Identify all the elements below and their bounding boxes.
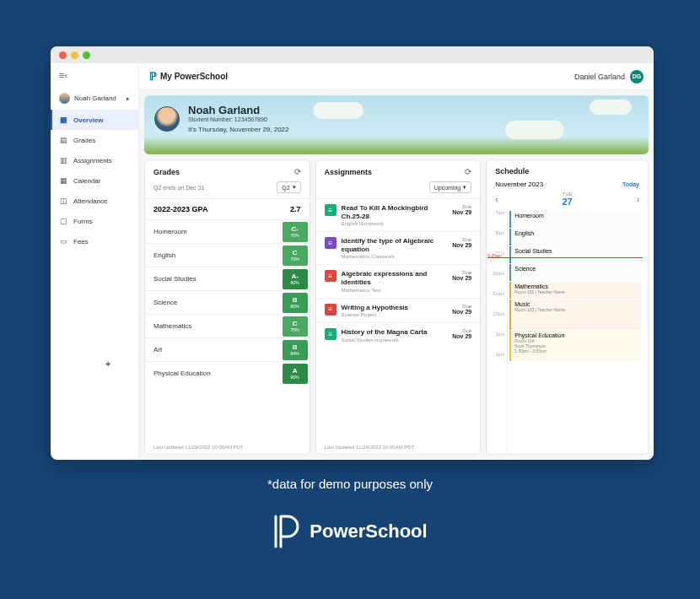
assignment-type-icon: ≡ <box>325 237 337 249</box>
grade-subject: Art <box>153 346 162 353</box>
event-subject: Music <box>514 301 638 307</box>
nav-icon: ◫ <box>59 197 67 205</box>
main: ℙ My PowerSchool Daniel Garland DG Noah … <box>139 63 654 460</box>
event-subject: English <box>514 230 638 236</box>
schedule-month: November 2023 <box>495 181 543 188</box>
student-banner: Noah Garland Student Number: 1234567890 … <box>144 95 649 154</box>
gpa-label: 2022-2023 GPA <box>153 205 207 213</box>
sidebar-item-overview[interactable]: ▦Overview <box>51 110 138 130</box>
term-selector[interactable]: Q2 ▾ <box>277 181 300 193</box>
grade-row[interactable]: HomeroomC-70% <box>145 219 310 243</box>
sidebar-item-fees[interactable]: ▭Fees <box>51 231 138 251</box>
nav-icon: ▦ <box>59 116 67 124</box>
event-subject: Science <box>514 266 638 272</box>
today-button[interactable]: Today <box>622 181 639 187</box>
grades-updated: Last Updated 11/29/2022 10:00AM PDT <box>145 440 310 454</box>
avatar-icon <box>59 93 70 104</box>
grade-pct: 70% <box>291 256 299 262</box>
nav-icon: ▥ <box>59 156 67 165</box>
sidebar-student-name: Noah Garland <box>74 94 116 102</box>
brand-mark-icon <box>272 515 301 548</box>
assignment-due: DueNov 29 <box>452 328 471 343</box>
grade-letter: A <box>293 367 298 375</box>
schedule-event[interactable]: Physical EducationRoom 104Scott Thompson… <box>509 331 641 361</box>
user-menu[interactable]: Daniel Garland DG <box>574 70 643 84</box>
grade-subject: Homeroom <box>153 228 187 235</box>
close-icon[interactable] <box>59 51 67 59</box>
prev-day-button[interactable]: ‹ <box>495 195 498 204</box>
schedule-event[interactable]: MusicRoom 103 | Teacher Name <box>509 300 641 330</box>
assignment-title: Algebraic expressions and identities <box>342 270 448 286</box>
refresh-icon[interactable]: ⟳ <box>465 167 471 176</box>
topbar: ℙ My PowerSchool Daniel Garland DG <box>139 63 654 90</box>
term-note: Q2 ends on Dec 31 <box>153 185 204 191</box>
schedule-event[interactable]: Homeroom <box>509 211 641 228</box>
assignment-title: Read To Kill A Mockingbird Ch.25-28 <box>342 204 448 220</box>
grade-subject: Social Studies <box>153 275 197 283</box>
time-label: 8am <box>487 230 504 251</box>
assignment-due: DueNov 29 <box>452 204 471 226</box>
grade-row[interactable]: MathematicsC75% <box>145 314 310 337</box>
event-detail: Room 103 | Teacher Name <box>514 307 638 312</box>
student-number: Student Number: 1234567890 <box>188 116 289 122</box>
sidebar: ≡‹ Noah Garland ▸ ▦Overview▤Grades▥Assig… <box>51 63 139 460</box>
assignment-meta: Mathematics Test <box>342 288 448 293</box>
grade-subject: Mathematics <box>153 322 191 330</box>
grade-row[interactable]: ArtB84% <box>145 337 310 361</box>
grade-subject: Science <box>153 299 177 306</box>
gpa-value: 2.7 <box>290 205 301 213</box>
grade-letter: C- <box>291 225 298 233</box>
assignment-row[interactable]: ≡Algebraic expressions and identitiesMat… <box>316 264 481 297</box>
sidebar-toggle[interactable]: ≡‹ <box>51 63 138 87</box>
student-name: Noah Garland <box>188 104 289 116</box>
sidebar-item-grades[interactable]: ▤Grades <box>51 130 138 150</box>
grade-row[interactable]: ScienceB80% <box>145 290 310 314</box>
minimize-icon[interactable] <box>71 51 78 59</box>
assignment-meta: Science Project <box>342 312 448 317</box>
time-label: 7am <box>487 210 504 230</box>
schedule-event[interactable]: Science <box>509 264 641 281</box>
assignment-row[interactable]: ≡Writing a HypothesisScience ProjectDueN… <box>316 298 481 323</box>
sidebar-item-forms[interactable]: ▢Forms <box>51 211 138 231</box>
assignment-row[interactable]: ≡Read To Kill A Mockingbird Ch.25-28Engl… <box>316 198 481 231</box>
grade-chip: B80% <box>283 293 308 313</box>
schedule-event[interactable]: MathematicsRoom 101 | Teacher Name <box>509 282 641 299</box>
maximize-icon[interactable] <box>83 51 90 59</box>
assignments-title: Assignments <box>325 168 373 176</box>
assignment-row[interactable]: ≡Identify the type of Algebraic equation… <box>316 231 481 264</box>
chevron-down-icon: ▾ <box>293 184 296 191</box>
assignment-meta: Social Studies Homework <box>342 337 448 343</box>
next-day-button[interactable]: › <box>637 195 639 204</box>
schedule-event[interactable]: English <box>509 229 641 246</box>
grade-chip: C75% <box>283 316 308 337</box>
event-subject: Physical Education <box>514 332 638 338</box>
sidebar-item-label: Fees <box>73 238 89 246</box>
refresh-icon[interactable]: ⟳ <box>294 167 301 176</box>
grade-row[interactable]: EnglishC70% <box>145 243 310 267</box>
sidebar-item-attendance[interactable]: ◫Attendance <box>51 191 138 211</box>
user-name: Daniel Garland <box>574 73 625 81</box>
grade-pct: 70% <box>291 233 299 238</box>
assignment-row[interactable]: ≡History of the Magna CartaSocial Studie… <box>316 322 481 348</box>
sidebar-item-assignments[interactable]: ▥Assignments <box>51 150 138 170</box>
grade-row[interactable]: Social StudiesA-90% <box>145 267 310 290</box>
grade-chip: A-90% <box>283 269 308 289</box>
grade-letter: B <box>293 296 298 304</box>
assignments-updated: Last Updated 11/29/2022 10:00AM PDT <box>316 440 481 454</box>
grade-subject: Physical Education <box>153 370 211 377</box>
grade-letter: C <box>293 249 298 256</box>
sidebar-item-calendar[interactable]: ▦Calendar <box>51 170 138 191</box>
app-title: My PowerSchool <box>160 72 228 81</box>
assignments-filter[interactable]: Upcoming ▾ <box>429 181 472 193</box>
schedule-event[interactable]: Social Studies <box>509 246 641 263</box>
time-label: 1pm <box>487 332 504 352</box>
sidebar-student-select[interactable]: Noah Garland ▸ <box>51 87 138 110</box>
window-titlebar <box>51 46 654 63</box>
cards-row: Grades ⟳ Q2 ends on Dec 31 Q2 ▾ 2022-202… <box>139 154 654 460</box>
grade-row[interactable]: Physical EducationA96% <box>145 361 310 385</box>
grade-pct: 84% <box>291 351 299 356</box>
grade-pct: 90% <box>291 280 299 285</box>
grade-chip: B84% <box>283 340 308 360</box>
chevron-right-icon: ▸ <box>127 95 130 102</box>
banner-date: It's Thursday, November 29, 2022 <box>188 126 289 133</box>
